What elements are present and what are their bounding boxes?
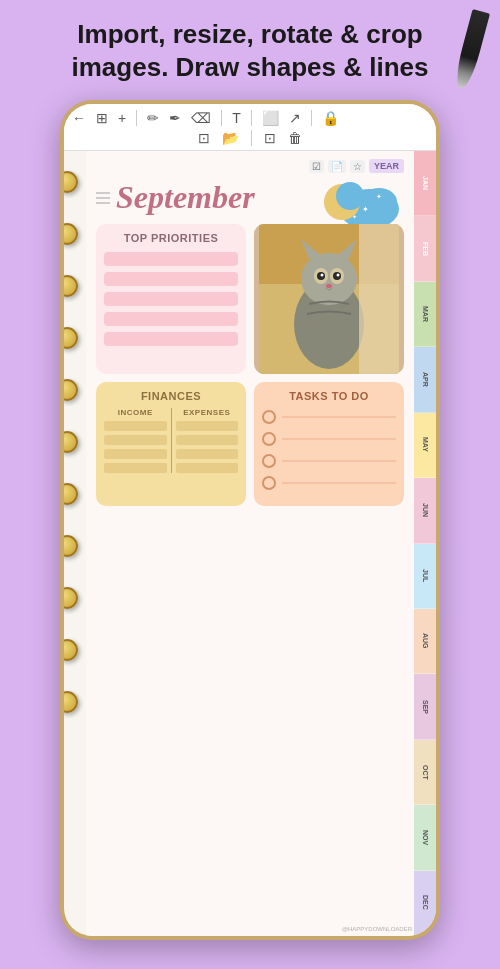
ring — [64, 535, 78, 557]
priority-line — [104, 252, 238, 266]
tab-jan[interactable]: JAN — [414, 151, 436, 216]
task-line — [282, 438, 396, 440]
separator5 — [251, 130, 252, 146]
crop-icon[interactable]: ⊡ — [264, 130, 276, 146]
year-btn[interactable]: YEAR — [369, 159, 404, 173]
lock-icon[interactable]: 🔒 — [322, 110, 339, 126]
ring — [64, 223, 78, 245]
ring — [64, 691, 78, 713]
separator3 — [251, 110, 252, 126]
toolbar: ← ⊞ + ✏ ✒ ⌫ T ⬜ ↗ 🔒 ⊡ 📂 ⊡ 🗑 — [64, 104, 436, 151]
svg-text:✦: ✦ — [376, 193, 382, 200]
svg-point-18 — [321, 274, 324, 277]
tab-apr[interactable]: APR — [414, 347, 436, 412]
tab-mar[interactable]: MAR — [414, 282, 436, 347]
folder-icon[interactable]: 📂 — [222, 130, 239, 146]
finances-line — [176, 421, 239, 431]
ink-pen-icon[interactable]: ✒ — [169, 110, 181, 126]
task-item — [262, 432, 396, 446]
tab-oct[interactable]: OCT — [414, 740, 436, 805]
tab-may[interactable]: MAY — [414, 413, 436, 478]
task-circle[interactable] — [262, 476, 276, 490]
ring — [64, 431, 78, 453]
notebook-area: JAN FEB MAR APR MAY JUN JUL AUG SEP OCT … — [64, 151, 436, 936]
ring — [64, 171, 78, 193]
menu-line — [96, 202, 110, 204]
income-col: INCOME — [104, 408, 167, 473]
phone-inner: ← ⊞ + ✏ ✒ ⌫ T ⬜ ↗ 🔒 ⊡ 📂 ⊡ 🗑 — [64, 104, 436, 936]
sept-header: September ✦ ✦ — [96, 179, 404, 216]
svg-point-20 — [326, 284, 332, 288]
svg-rect-21 — [359, 224, 399, 374]
expenses-header: EXPENSES — [176, 408, 239, 417]
priority-line — [104, 332, 238, 346]
svg-point-19 — [337, 274, 340, 277]
grid-icon[interactable]: ⊞ — [96, 110, 108, 126]
finances-line — [104, 421, 167, 431]
priorities-box: TOP PRIORITIES — [96, 224, 246, 374]
task-circle[interactable] — [262, 454, 276, 468]
delete-icon[interactable]: 🗑 — [288, 130, 302, 146]
finances-line — [104, 449, 167, 459]
svg-text:✦: ✦ — [352, 214, 357, 220]
income-lines — [104, 421, 167, 473]
pen-icon[interactable]: ✏ — [147, 110, 159, 126]
tab-nov[interactable]: NOV — [414, 805, 436, 870]
finances-divider — [171, 408, 172, 473]
ring — [64, 327, 78, 349]
tab-jun[interactable]: JUN — [414, 478, 436, 543]
back-icon[interactable]: ← — [72, 110, 86, 126]
finances-line — [104, 463, 167, 473]
priorities-title: TOP PRIORITIES — [104, 232, 238, 244]
task-line — [282, 416, 396, 418]
ring — [64, 275, 78, 297]
month-title: September — [116, 179, 255, 216]
phone-frame: ← ⊞ + ✏ ✒ ⌫ T ⬜ ↗ 🔒 ⊡ 📂 ⊡ 🗑 — [60, 100, 440, 940]
toolbar-row1: ← ⊞ + ✏ ✒ ⌫ T ⬜ ↗ 🔒 — [72, 110, 428, 130]
task-line — [282, 482, 396, 484]
priority-line — [104, 272, 238, 286]
task-line — [282, 460, 396, 462]
tasks-title: TASKS TO DO — [262, 390, 396, 402]
separator — [136, 110, 137, 126]
toolbar-row2: ⊡ 📂 ⊡ 🗑 — [72, 130, 428, 146]
finances-table: INCOME EXPENSES — [104, 408, 238, 473]
text-icon[interactable]: T — [232, 110, 241, 126]
task-circle[interactable] — [262, 410, 276, 424]
tab-sep[interactable]: SEP — [414, 674, 436, 739]
task-circle[interactable] — [262, 432, 276, 446]
menu-line — [96, 192, 110, 194]
separator4 — [311, 110, 312, 126]
watermark: @HAPPYDOWNLOADER — [342, 926, 412, 932]
tab-dec[interactable]: DEC — [414, 871, 436, 936]
star-btn[interactable]: ☆ — [350, 160, 365, 173]
tasks-box: TASKS TO DO — [254, 382, 404, 506]
page-btn[interactable]: 📄 — [328, 160, 346, 173]
menu-icon[interactable] — [96, 192, 110, 204]
menu-line — [96, 197, 110, 199]
tab-aug[interactable]: AUG — [414, 609, 436, 674]
cat-photo — [254, 224, 404, 374]
finances-line — [176, 435, 239, 445]
select-icon[interactable]: ↗ — [289, 110, 301, 126]
text-format-icon[interactable]: ⊡ — [198, 130, 210, 146]
notebook-page: ☑ 📄 ☆ YEAR September — [86, 151, 414, 936]
finances-line — [176, 449, 239, 459]
image-icon[interactable]: ⬜ — [262, 110, 279, 126]
checkbox-btn[interactable]: ☑ — [309, 160, 324, 173]
priority-line — [104, 312, 238, 326]
ring — [64, 639, 78, 661]
add-icon[interactable]: + — [118, 110, 126, 126]
task-item — [262, 454, 396, 468]
task-item — [262, 410, 396, 424]
content-grid: TOP PRIORITIES — [96, 224, 404, 506]
header-text: Import, resize, rotate & crop images. Dr… — [0, 0, 500, 93]
rings — [64, 171, 78, 713]
tab-feb[interactable]: FEB — [414, 216, 436, 281]
finances-title: FINANCES — [104, 390, 238, 402]
eraser-icon[interactable]: ⌫ — [191, 110, 211, 126]
svg-text:✦: ✦ — [362, 205, 369, 214]
svg-point-4 — [336, 182, 364, 210]
tab-jul[interactable]: JUL — [414, 544, 436, 609]
expenses-lines — [176, 421, 239, 473]
